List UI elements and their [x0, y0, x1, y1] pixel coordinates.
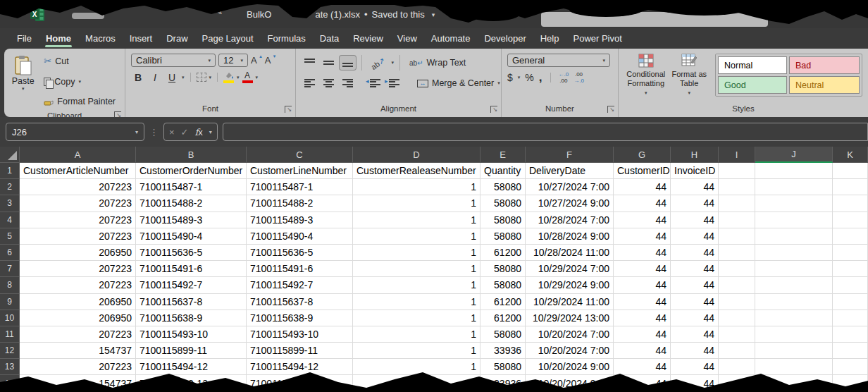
- cell-J14[interactable]: [755, 375, 833, 391]
- cell-A12[interactable]: 154737: [20, 343, 136, 359]
- cell-K4[interactable]: [833, 212, 868, 228]
- cell-A1[interactable]: CustomerArticleNumber: [20, 163, 136, 179]
- cell-H1[interactable]: InvoiceID: [671, 163, 719, 179]
- cell-A8[interactable]: 207223: [20, 277, 136, 293]
- cell-D8[interactable]: 1: [353, 277, 480, 293]
- cell-I12[interactable]: [719, 343, 755, 359]
- cell-E1[interactable]: Quantity: [480, 163, 526, 179]
- cell-A11[interactable]: 207223: [20, 326, 136, 343]
- cell-F7[interactable]: 10/29/2024 7:00: [526, 261, 614, 277]
- formula-input[interactable]: [223, 123, 868, 141]
- cell-C2[interactable]: 7100115487-1: [247, 179, 353, 195]
- cell-I8[interactable]: [719, 277, 755, 293]
- cell-E11[interactable]: 58080: [480, 326, 526, 343]
- cell-A7[interactable]: 207223: [20, 261, 136, 277]
- cell-F3[interactable]: 10/27/2024 9:00: [526, 195, 614, 212]
- cell-C3[interactable]: 7100115488-2: [247, 195, 353, 212]
- cell-B7[interactable]: 7100115491-6: [136, 261, 247, 277]
- cell-I11[interactable]: [719, 326, 755, 343]
- tab-home[interactable]: Home: [39, 28, 78, 49]
- row-header-7[interactable]: 7: [0, 261, 20, 277]
- cell-A3[interactable]: 207223: [20, 195, 136, 212]
- cell-E9[interactable]: 61200: [480, 294, 526, 310]
- cell-I1[interactable]: [719, 163, 755, 179]
- cell-I2[interactable]: [719, 179, 755, 195]
- search-box[interactable]: [541, 12, 768, 27]
- cell-D5[interactable]: 1: [353, 228, 480, 245]
- bold-button[interactable]: B: [131, 72, 145, 83]
- cell-H8[interactable]: 44: [671, 277, 719, 293]
- format-painter-button[interactable]: Format Painter: [40, 94, 119, 109]
- orientation-button[interactable]: ab↗: [368, 54, 388, 72]
- tab-help[interactable]: Help: [533, 28, 566, 49]
- tab-formulas[interactable]: Formulas: [261, 28, 313, 49]
- name-box[interactable]: J26 ▾: [6, 123, 144, 141]
- comma-style-button[interactable]: ,: [539, 74, 542, 81]
- insert-function-icon[interactable]: fx: [195, 127, 203, 137]
- cell-G9[interactable]: 44: [614, 294, 671, 310]
- font-family-combobox[interactable]: Calibri ▾: [131, 54, 216, 67]
- cell-J2[interactable]: [755, 179, 833, 195]
- cell-style-normal[interactable]: Normal: [718, 56, 787, 74]
- cell-B13[interactable]: 7100115494-12: [136, 359, 247, 375]
- cell-K2[interactable]: [833, 179, 868, 195]
- cell-H7[interactable]: 44: [671, 261, 719, 277]
- cell-H11[interactable]: 44: [671, 326, 719, 343]
- conditional-formatting-button[interactable]: Conditional Formatting ▾: [624, 54, 668, 97]
- fill-color-button[interactable]: [223, 71, 234, 83]
- cell-B6[interactable]: 7100115636-5: [136, 245, 247, 261]
- cell-H6[interactable]: 44: [671, 245, 719, 261]
- cell-A10[interactable]: 206950: [20, 310, 136, 326]
- cell-D7[interactable]: 1: [353, 261, 480, 277]
- row-header-5[interactable]: 5: [0, 228, 20, 245]
- cell-F10[interactable]: 10/29/2024 13:00: [526, 310, 614, 326]
- formula-bar-grip-icon[interactable]: ⋮: [149, 127, 159, 137]
- cell-K3[interactable]: [833, 195, 868, 212]
- column-header-I[interactable]: I: [719, 147, 755, 163]
- cell-I7[interactable]: [719, 261, 755, 277]
- cell-K13[interactable]: [833, 359, 868, 375]
- cell-C14[interactable]: 7100115900-13: [247, 375, 353, 391]
- decrease-font-size-button[interactable]: A▾: [265, 55, 276, 66]
- cell-F13[interactable]: 10/20/2024 9:00: [526, 359, 614, 375]
- chevron-down-icon[interactable]: ▾: [182, 75, 185, 80]
- cell-D1[interactable]: CustomerRealeaseNumber: [353, 163, 480, 179]
- tab-draw[interactable]: Draw: [159, 28, 194, 49]
- middle-align-button[interactable]: [321, 56, 337, 70]
- percent-button[interactable]: %: [525, 72, 533, 83]
- cell-C8[interactable]: 7100115492-7: [247, 277, 353, 293]
- cell-H14[interactable]: 44: [671, 375, 719, 391]
- cell-style-bad[interactable]: Bad: [789, 56, 860, 74]
- cell-D4[interactable]: 1: [353, 212, 480, 228]
- cell-E14[interactable]: 33936: [480, 375, 526, 391]
- chevron-down-icon[interactable]: ▾: [237, 75, 240, 80]
- cell-E5[interactable]: 58080: [480, 228, 526, 245]
- cell-D6[interactable]: 1: [353, 245, 480, 261]
- cell-E8[interactable]: 58080: [480, 277, 526, 293]
- align-center-button[interactable]: [321, 76, 337, 90]
- cancel-entry-icon[interactable]: ×: [169, 127, 175, 137]
- row-header-4[interactable]: 4: [0, 212, 20, 228]
- cell-E6[interactable]: 61200: [480, 245, 526, 261]
- cell-J4[interactable]: [755, 212, 833, 228]
- cell-E4[interactable]: 58080: [480, 212, 526, 228]
- cell-C4[interactable]: 7100115489-3: [247, 212, 353, 228]
- column-header-J[interactable]: J: [755, 147, 833, 163]
- cell-I13[interactable]: [719, 359, 755, 375]
- cell-E12[interactable]: 33936: [480, 343, 526, 359]
- tab-file[interactable]: File: [10, 28, 39, 49]
- cell-H9[interactable]: 44: [671, 294, 719, 310]
- increase-font-size-button[interactable]: A▴: [251, 55, 262, 66]
- cell-B10[interactable]: 7100115638-9: [136, 310, 247, 326]
- cell-J5[interactable]: [755, 228, 833, 245]
- cell-H3[interactable]: 44: [671, 195, 719, 212]
- cell-D10[interactable]: 1: [353, 310, 480, 326]
- cell-J7[interactable]: [755, 261, 833, 277]
- tab-review[interactable]: Review: [346, 28, 390, 49]
- cell-I4[interactable]: [719, 212, 755, 228]
- cell-F1[interactable]: DeliveryDate: [526, 163, 614, 179]
- row-header-6[interactable]: 6: [0, 245, 20, 261]
- alignment-dialog-launcher-icon[interactable]: ↘: [490, 106, 497, 113]
- cell-G12[interactable]: 44: [614, 343, 671, 359]
- cell-K5[interactable]: [833, 228, 868, 245]
